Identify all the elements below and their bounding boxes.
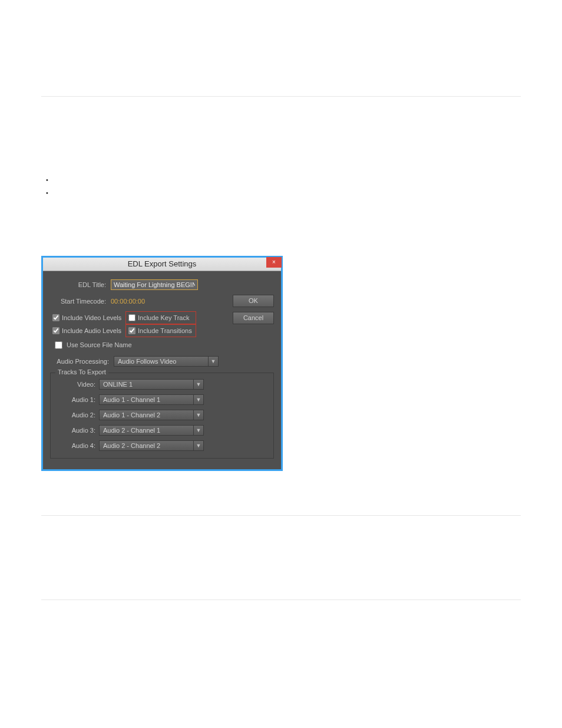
track-label: Audio 1: — [57, 396, 99, 403]
audio2-track-select[interactable]: Audio 1 - Channel 2 ▼ — [99, 410, 204, 420]
track-row-audio3: Audio 3: Audio 2 - Channel 1 ▼ — [57, 425, 267, 436]
include-video-levels-checkbox[interactable]: Include Video Levels — [52, 311, 123, 324]
chevron-down-icon: ▼ — [208, 357, 218, 366]
edl-title-input[interactable] — [111, 279, 198, 290]
select-value: Audio 2 - Channel 1 — [100, 427, 193, 434]
checkbox-icon[interactable] — [128, 327, 135, 334]
close-icon: × — [272, 259, 276, 265]
track-label: Audio 2: — [57, 411, 99, 419]
audio-processing-label: Audio Processing: — [50, 358, 114, 365]
track-label: Audio 4: — [57, 442, 99, 449]
bullet-list — [46, 173, 521, 199]
bullet-item — [46, 173, 521, 186]
track-row-audio4: Audio 4: Audio 2 - Channel 2 ▼ — [57, 440, 267, 451]
edl-title-row: EDL Title: — [50, 278, 274, 291]
track-row-audio2: Audio 2: Audio 1 - Channel 2 ▼ — [57, 410, 267, 420]
select-value: Audio 1 - Channel 2 — [100, 411, 193, 419]
track-label: Video: — [57, 381, 99, 388]
start-timecode-label: Start Timecode: — [50, 298, 111, 305]
checkbox-label: Include Transitions — [138, 327, 192, 334]
chevron-down-icon: ▼ — [193, 441, 203, 450]
video-track-select[interactable]: ONLINE 1 ▼ — [99, 379, 204, 390]
checkbox-icon[interactable] — [52, 314, 59, 321]
edl-title-label: EDL Title: — [50, 281, 111, 288]
audio3-track-select[interactable]: Audio 2 - Channel 1 ▼ — [99, 425, 204, 436]
chevron-down-icon: ▼ — [193, 380, 203, 389]
chevron-down-icon: ▼ — [193, 395, 203, 404]
dialog-titlebar: EDL Export Settings × — [43, 258, 281, 271]
chevron-down-icon: ▼ — [193, 410, 203, 420]
select-value: ONLINE 1 — [100, 381, 193, 388]
use-source-filename-checkbox[interactable]: Use Source File Name — [50, 338, 274, 351]
checkbox-label: Include Video Levels — [62, 314, 121, 321]
start-timecode-value[interactable]: 00:00:00:00 — [111, 298, 145, 305]
include-audio-levels-checkbox[interactable]: Include Audio Levels — [52, 324, 123, 337]
checkbox-label: Include Key Track — [138, 314, 189, 321]
checkbox-icon[interactable] — [55, 341, 62, 349]
dialog-screenshot: EDL Export Settings × OK Cancel EDL Titl… — [41, 256, 521, 471]
close-button[interactable]: × — [266, 257, 282, 268]
dialog-title: EDL Export Settings — [128, 259, 197, 268]
track-row-video: Video: ONLINE 1 ▼ — [57, 379, 267, 390]
chevron-down-icon: ▼ — [193, 426, 203, 435]
checkbox-icon[interactable] — [128, 314, 135, 321]
audio-processing-select[interactable]: Audio Follows Video ▼ — [114, 356, 219, 367]
audio4-track-select[interactable]: Audio 2 - Channel 2 ▼ — [99, 440, 204, 451]
select-value: Audio 2 - Channel 2 — [100, 442, 193, 449]
checkbox-icon[interactable] — [52, 327, 59, 334]
document-page: EDL Export Settings × OK Cancel EDL Titl… — [0, 96, 562, 728]
ok-button[interactable]: OK — [233, 295, 274, 307]
audio1-track-select[interactable]: Audio 1 - Channel 1 ▼ — [99, 394, 204, 405]
divider — [41, 599, 521, 600]
fieldset-legend: Tracks To Export — [55, 368, 108, 375]
track-row-audio1: Audio 1: Audio 1 - Channel 1 ▼ — [57, 394, 267, 405]
checkbox-grid: Include Video Levels Include Key Track I… — [50, 311, 274, 337]
dialog-body: OK Cancel EDL Title: Start Timecode: 00:… — [43, 271, 281, 469]
include-transitions-checkbox[interactable]: Include Transitions — [125, 324, 196, 337]
select-value: Audio Follows Video — [114, 358, 208, 365]
audio-processing-row: Audio Processing: Audio Follows Video ▼ — [50, 355, 274, 368]
edl-export-dialog: EDL Export Settings × OK Cancel EDL Titl… — [41, 256, 283, 471]
divider — [41, 515, 521, 516]
track-label: Audio 3: — [57, 427, 99, 434]
tracks-to-export-fieldset: Tracks To Export Video: ONLINE 1 ▼ Audio… — [50, 373, 274, 459]
select-value: Audio 1 - Channel 1 — [100, 396, 193, 403]
checkbox-label: Use Source File Name — [67, 341, 132, 348]
checkbox-label: Include Audio Levels — [62, 327, 121, 334]
include-key-track-checkbox[interactable]: Include Key Track — [125, 311, 196, 324]
bullet-item — [46, 186, 521, 199]
divider — [41, 96, 521, 97]
